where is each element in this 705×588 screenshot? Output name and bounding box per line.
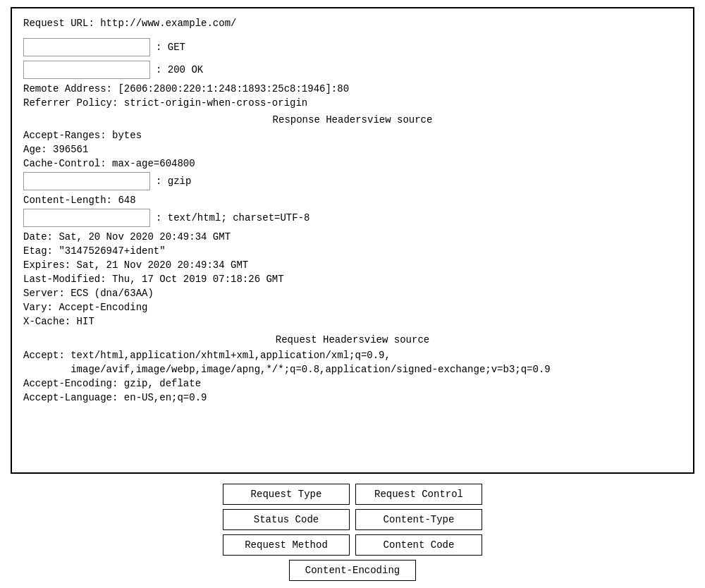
- vary: Vary: Accept-Encoding: [23, 302, 682, 313]
- button-row-3: Request Method Content Code: [223, 534, 482, 556]
- button-row-2: Status Code Content-Type: [223, 509, 482, 530]
- request-method-button[interactable]: Request Method: [223, 534, 350, 556]
- get-label: : GET: [156, 42, 185, 53]
- accept-ranges: Accept-Ranges: bytes: [23, 130, 682, 141]
- etag: Etag: "3147526947+ident": [23, 245, 682, 257]
- content-type-row: : text/html; charset=UTF-8: [23, 209, 682, 227]
- referrer-policy: Referrer Policy: strict-origin-when-cros…: [23, 97, 682, 109]
- method-input[interactable]: [23, 38, 150, 56]
- remote-address: Remote Address: [2606:2800:220:1:248:189…: [23, 83, 682, 94]
- request-type-button[interactable]: Request Type: [223, 484, 350, 505]
- content-type-label: : text/html; charset=UTF-8: [156, 212, 309, 223]
- age: Age: 396561: [23, 144, 682, 155]
- accept-language: Accept-Language: en-US,en;q=0.9: [23, 392, 682, 403]
- accept-encoding: Accept-Encoding: gzip, deflate: [23, 378, 682, 389]
- response-header-title: Response Headersview source: [23, 114, 682, 125]
- cache-control: Cache-Control: max-age=604800: [23, 158, 682, 169]
- buttons-section: Request Type Request Control Status Code…: [11, 484, 694, 581]
- request-header-title: Request Headersview source: [23, 334, 682, 345]
- encoding-input[interactable]: [23, 172, 150, 190]
- request-url: Request URL: http://www.example.com/: [23, 17, 682, 31]
- last-modified: Last-Modified: Thu, 17 Oct 2019 07:18:26…: [23, 274, 682, 285]
- status-ok-label: : 200 OK: [156, 64, 203, 75]
- content-code-button[interactable]: Content Code: [355, 534, 482, 556]
- button-row-1: Request Type Request Control: [223, 484, 482, 505]
- encoding-row: : gzip: [23, 172, 682, 190]
- accept: Accept: text/html,application/xhtml+xml,…: [23, 350, 682, 361]
- request-url-text: Request URL: http://www.example.com/: [23, 18, 236, 29]
- x-cache: X-Cache: HIT: [23, 316, 682, 327]
- get-row: : GET: [23, 38, 682, 56]
- server: Server: ECS (dna/63AA): [23, 288, 682, 299]
- accept-cont: image/avif,image/webp,image/apng,*/*;q=0…: [23, 364, 682, 375]
- content-length: Content-Length: 648: [23, 195, 682, 206]
- request-control-button[interactable]: Request Control: [355, 484, 482, 505]
- expires: Expires: Sat, 21 Nov 2020 20:49:34 GMT: [23, 259, 682, 271]
- content-type-button[interactable]: Content-Type: [355, 509, 482, 530]
- content-encoding-button[interactable]: Content-Encoding: [289, 560, 416, 581]
- content-box: Request URL: http://www.example.com/ : G…: [11, 7, 694, 474]
- date: Date: Sat, 20 Nov 2020 20:49:34 GMT: [23, 231, 682, 243]
- button-row-4: Content-Encoding: [289, 560, 416, 581]
- content-type-input[interactable]: [23, 209, 150, 227]
- main-container: Request URL: http://www.example.com/ : G…: [0, 0, 705, 588]
- gzip-label: : gzip: [156, 176, 191, 187]
- status-input[interactable]: [23, 61, 150, 79]
- status-code-button[interactable]: Status Code: [223, 509, 350, 530]
- status-row: : 200 OK: [23, 61, 682, 79]
